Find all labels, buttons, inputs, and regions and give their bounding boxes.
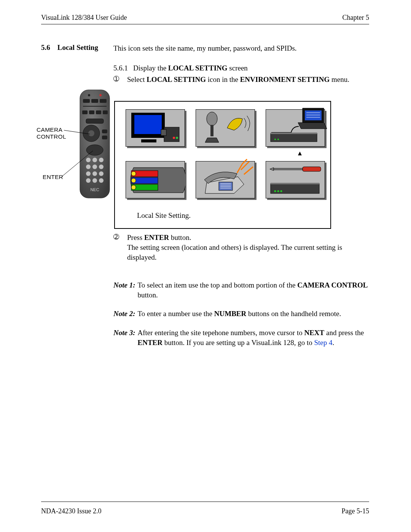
section-title: Local Setting <box>57 43 98 51</box>
svg-point-64 <box>274 190 276 192</box>
svg-rect-41 <box>305 110 322 120</box>
svg-point-39 <box>207 112 217 126</box>
rgb-cable-icon <box>126 161 185 198</box>
section-heading: 5.6 Local Setting <box>41 43 113 52</box>
note-2: Note 2: To enter a number use the NUMBER… <box>113 309 369 319</box>
monitor-camera-icon <box>126 109 185 147</box>
header-left: VisuaLink 128/384 User Guide <box>41 14 127 22</box>
callout-lines-icon <box>37 89 120 203</box>
page-header: VisuaLink 128/384 User Guide Chapter 5 <box>41 14 369 23</box>
svg-rect-34 <box>141 139 156 142</box>
svg-point-47 <box>274 139 276 140</box>
screwdriver-box-icon <box>266 161 325 198</box>
svg-rect-36 <box>161 129 166 136</box>
note-1: Note 1: To select an item use the top an… <box>113 280 369 300</box>
footer-right: Page 5-15 <box>342 507 369 515</box>
step-1: ➀ Select LOCAL SETTING icon in the ENVIR… <box>113 75 369 85</box>
step-marker-2: ➁ <box>113 233 123 262</box>
laptop-modem-icon <box>266 109 325 147</box>
svg-point-65 <box>277 190 279 192</box>
svg-line-30 <box>64 130 90 134</box>
section-number: 5.6 <box>41 43 50 51</box>
selection-indicator-icon: ▲ <box>270 150 330 157</box>
header-right: Chapter 5 <box>342 14 369 22</box>
panel-caption: Local Site Setting. <box>137 211 323 220</box>
subsection-heading: 5.6.1 Display the LOCAL SETTING screen <box>113 64 369 72</box>
svg-point-38 <box>176 137 178 139</box>
step-2: ➁ Press ENTER button. The setting screen… <box>113 233 369 262</box>
svg-point-54 <box>131 185 136 190</box>
svg-rect-61 <box>274 168 303 170</box>
svg-rect-55 <box>219 182 233 190</box>
menu-panel: ▲ <box>114 101 331 229</box>
svg-rect-40 <box>210 125 213 136</box>
section-intro: This icon sets the site name, my number,… <box>113 43 369 53</box>
note-3: Note 3: After entering the site tepehone… <box>113 328 369 347</box>
header-rule <box>41 24 369 24</box>
page-footer: NDA-24230 Issue 2.0 Page 5-15 <box>41 502 369 515</box>
svg-rect-46 <box>271 133 317 134</box>
svg-rect-33 <box>134 115 162 134</box>
footer-left: NDA-24230 Issue 2.0 <box>41 507 101 515</box>
svg-point-53 <box>131 178 136 183</box>
mic-speaker-icon <box>196 109 255 147</box>
step4-link[interactable]: Step 4 <box>314 339 333 347</box>
svg-point-48 <box>277 139 279 140</box>
svg-line-31 <box>62 151 93 177</box>
step-marker-1: ➀ <box>113 75 123 85</box>
svg-rect-63 <box>271 183 319 184</box>
svg-point-37 <box>173 137 175 139</box>
svg-rect-60 <box>303 167 321 171</box>
svg-rect-45 <box>271 133 317 142</box>
svg-point-66 <box>280 190 282 192</box>
footer-rule <box>41 502 369 502</box>
svg-point-52 <box>131 171 136 176</box>
telephone-icon <box>196 161 255 198</box>
